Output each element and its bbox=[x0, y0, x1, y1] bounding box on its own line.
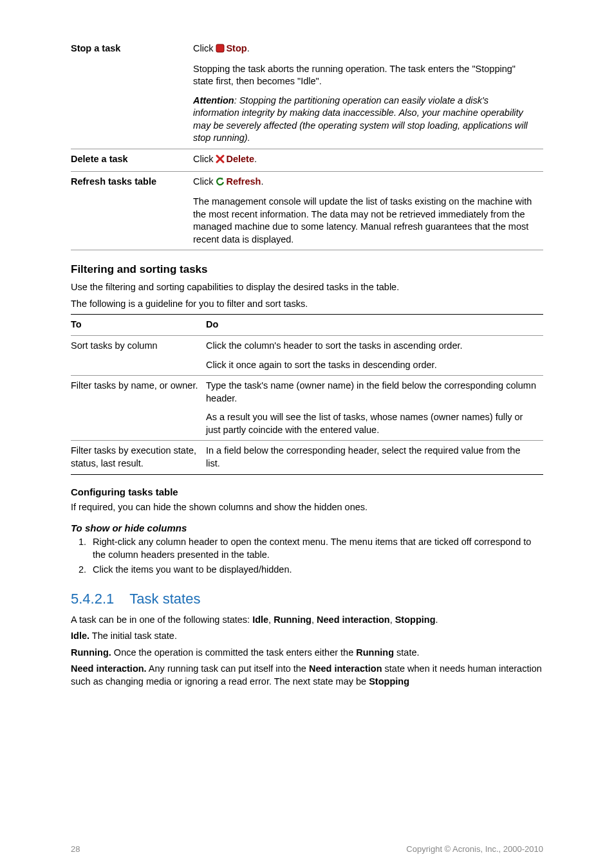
page-number: 28 bbox=[71, 844, 80, 854]
refresh-icon bbox=[216, 177, 225, 190]
running-para: Running. Once the operation is committed… bbox=[71, 647, 543, 660]
config-steps: Right-click any column header to open th… bbox=[71, 536, 543, 577]
attention-rest: : Stopping the partitioning operation ca… bbox=[193, 95, 528, 143]
refresh-para: The management console will update the l… bbox=[193, 196, 537, 246]
stop-attention: Attention: Stopping the partitioning ope… bbox=[193, 95, 537, 145]
heading-number: 5.4.2.1 bbox=[71, 591, 114, 607]
delete-label: Delete a task bbox=[71, 154, 128, 164]
stop-para1: Stopping the task aborts the running ope… bbox=[193, 63, 537, 88]
period: . bbox=[247, 43, 250, 53]
period: . bbox=[261, 176, 263, 187]
need-para: Need interaction. Any running task can p… bbox=[71, 663, 543, 688]
task-states-heading: 5.4.2.1 Task states bbox=[71, 591, 543, 607]
heading-title: Task states bbox=[129, 591, 200, 607]
attention-label: Attention bbox=[193, 95, 234, 106]
page-footer: 28 Copyright © Acronis, Inc., 2000-2010 bbox=[71, 844, 543, 854]
row0-to: Sort tasks by column bbox=[71, 336, 206, 376]
row1-do-b: As a result you will see the list of tas… bbox=[206, 411, 537, 436]
filtering-intro: Use the filtering and sorting capabiliti… bbox=[71, 281, 543, 294]
idle-para: Idle. The initial task state. bbox=[71, 630, 543, 643]
stop-word: Stop bbox=[226, 43, 247, 53]
click-text: Click bbox=[193, 43, 216, 53]
row0-do-b: Click it once again to sort the tasks in… bbox=[206, 359, 537, 372]
row2-do-a: In a field below the corresponding heade… bbox=[206, 441, 543, 474]
stop-icon bbox=[216, 44, 225, 57]
config-intro: If required, you can hide the shown colu… bbox=[71, 501, 543, 514]
config-subheading: To show or hide columns bbox=[71, 522, 543, 533]
delete-word: Delete bbox=[226, 154, 254, 164]
copyright: Copyright © Acronis, Inc., 2000-2010 bbox=[406, 844, 543, 854]
filter-table: To Do Sort tasks by column Click the col… bbox=[71, 314, 543, 474]
delete-icon bbox=[216, 154, 225, 167]
click-text: Click bbox=[193, 176, 216, 187]
row0-do-a: Click the column's header to sort the ta… bbox=[206, 340, 537, 353]
filtering-guideline: The following is a guideline for you to … bbox=[71, 298, 543, 311]
config-heading: Configuring tasks table bbox=[71, 486, 543, 497]
refresh-label: Refresh tasks table bbox=[71, 176, 156, 187]
step-1: Right-click any column header to open th… bbox=[89, 536, 543, 561]
refresh-word: Refresh bbox=[226, 176, 261, 187]
th-do: Do bbox=[206, 315, 543, 336]
row1-to: Filter tasks by name, or owner. bbox=[71, 376, 206, 441]
row2-to: Filter tasks by execution state, status,… bbox=[71, 441, 206, 474]
stop-label: Stop a task bbox=[71, 43, 120, 53]
click-text: Click bbox=[193, 154, 216, 164]
operations-table: Stop a task Click Stop. Stopping the tas… bbox=[71, 39, 543, 250]
filtering-heading: Filtering and sorting tasks bbox=[71, 263, 543, 276]
states-intro: A task can be in one of the following st… bbox=[71, 614, 543, 627]
svg-rect-0 bbox=[216, 44, 224, 52]
row1-do-a: Type the task's name (owner name) in the… bbox=[206, 380, 537, 405]
th-to: To bbox=[71, 315, 206, 336]
period: . bbox=[254, 154, 257, 164]
step-2: Click the items you want to be displayed… bbox=[89, 564, 543, 577]
